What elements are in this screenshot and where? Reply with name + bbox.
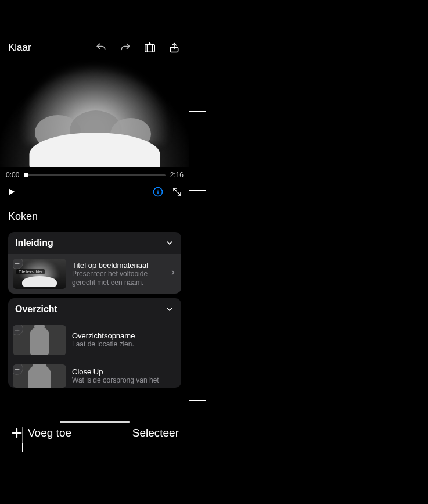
bottom-toolbar: Voeg toe Selecteer (0, 422, 189, 443)
svg-point-5 (157, 190, 159, 191)
add-label: Voeg toe (28, 427, 71, 439)
scrubber-track[interactable] (24, 174, 165, 176)
clip-text: Titel op beeldmateriaal Presenteer het v… (72, 261, 164, 287)
chevron-down-icon (165, 305, 174, 314)
storyboard-section: Inleiding ＋ Titeltekst hier Titel op bee… (8, 232, 181, 294)
clip-title: Close Up (72, 367, 177, 376)
scrubber[interactable]: 0:00 2:16 (0, 167, 189, 183)
callout-line (189, 111, 206, 112)
storyboard-section: Overzicht ＋ Overzichtsopname Laat de loc… (8, 298, 181, 388)
undo-icon[interactable] (94, 41, 108, 55)
info-icon[interactable] (152, 186, 164, 198)
chevron-down-icon (165, 238, 174, 248)
clip-thumbnail: ＋ Titeltekst hier (13, 259, 66, 289)
svg-point-1 (149, 42, 150, 43)
done-button[interactable]: Klaar (8, 42, 31, 53)
clip-thumbnail: ＋ (13, 364, 66, 388)
current-time: 0:00 (6, 171, 19, 179)
clip-text: Close Up Wat is de oorsprong van het (72, 367, 177, 385)
callout-line (153, 9, 153, 38)
player-controls (0, 183, 189, 203)
app-screen: Klaar 0:00 2:16 (0, 35, 189, 427)
project-title: Koken (0, 203, 189, 228)
clip-row[interactable]: ＋ Close Up Wat is de oorsprong van het (8, 360, 181, 388)
select-button[interactable]: Selecteer (132, 427, 179, 439)
svg-rect-0 (145, 45, 155, 52)
scrubber-knob[interactable] (24, 173, 28, 177)
clip-title: Titel op beeldmateriaal (72, 261, 164, 270)
home-indicator (60, 421, 130, 423)
add-button[interactable]: Voeg toe (10, 427, 71, 439)
storyboard-icon[interactable] (143, 41, 157, 55)
clip-row[interactable]: ＋ Titeltekst hier Titel op beeldmateriaa… (8, 254, 181, 294)
play-icon[interactable] (7, 187, 16, 196)
clip-subtitle: Wat is de oorsprong van het (72, 376, 177, 385)
thumb-overlay-label: Titeltekst hier (16, 269, 45, 274)
add-media-badge[interactable]: ＋ (13, 325, 23, 335)
clip-text: Overzichtsopname Laat de locatie zien. (72, 331, 177, 349)
clip-row[interactable]: ＋ Overzichtsopname Laat de locatie zien. (8, 320, 181, 360)
duration: 2:16 (170, 171, 184, 179)
clip-thumbnail: ＋ (13, 325, 66, 355)
phone-body: Klaar 0:00 2:16 (0, 35, 189, 427)
video-preview[interactable] (0, 60, 189, 167)
expand-icon[interactable] (172, 187, 182, 197)
add-media-badge[interactable]: ＋ (13, 364, 23, 375)
chevron-right-icon (170, 269, 177, 279)
clip-subtitle: Presenteer het voltooide gerecht met een… (72, 270, 164, 287)
redo-icon[interactable] (118, 41, 132, 55)
section-title: Inleiding (15, 238, 53, 248)
clip-title: Overzichtsopname (72, 331, 177, 340)
share-icon[interactable] (167, 41, 181, 55)
clip-subtitle: Laat de locatie zien. (72, 340, 177, 349)
plus-icon (10, 427, 23, 439)
section-title: Overzicht (15, 304, 57, 314)
top-toolbar: Klaar (0, 35, 189, 60)
section-header[interactable]: Overzicht (8, 298, 181, 320)
section-header[interactable]: Inleiding (8, 232, 181, 254)
